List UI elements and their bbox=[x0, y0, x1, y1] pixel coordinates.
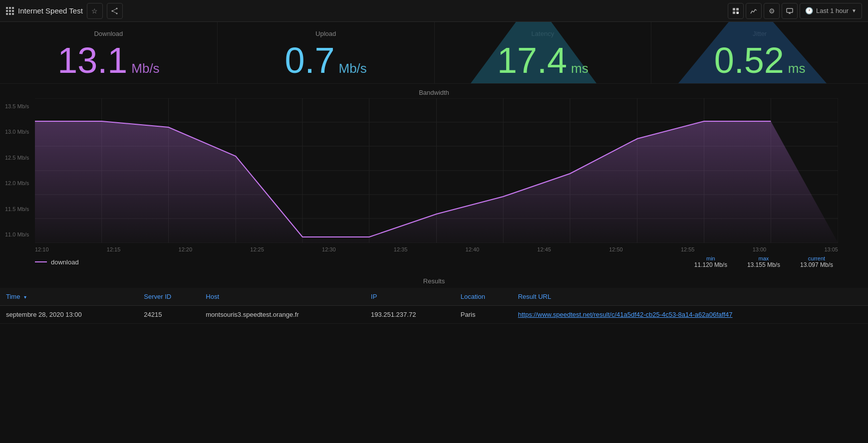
svg-rect-11 bbox=[787, 8, 793, 12]
stat-min-label: min bbox=[706, 255, 715, 261]
x-label-9: 12:55 bbox=[681, 246, 695, 252]
x-label-11: 13:05 bbox=[824, 246, 838, 252]
share-button[interactable] bbox=[107, 3, 123, 19]
table-row: septembre 28, 2020 13:00 24215 montsouri… bbox=[0, 306, 868, 324]
stat-max: max 13.155 Mb/s bbox=[747, 255, 780, 268]
chart-area: 12:10 12:15 12:20 12:25 12:30 12:35 12:4… bbox=[35, 98, 838, 252]
x-label-4: 12:30 bbox=[322, 246, 336, 252]
latency-unit: ms bbox=[571, 61, 588, 76]
y-label-2: 12.5 Mb/s bbox=[5, 155, 31, 161]
bandwidth-title: Bandwidth bbox=[0, 89, 868, 96]
svg-rect-7 bbox=[733, 11, 735, 14]
cell-ip: 193.251.237.72 bbox=[365, 306, 455, 324]
chevron-down-icon: ▼ bbox=[852, 8, 857, 13]
col-host[interactable]: Host bbox=[200, 288, 365, 306]
stat-min-value: 11.120 Mb/s bbox=[694, 261, 727, 268]
upload-unit: Mb/s bbox=[339, 61, 367, 76]
y-label-1: 13.0 Mb/s bbox=[5, 129, 31, 135]
stat-max-label: max bbox=[759, 255, 769, 261]
favorite-button[interactable]: ☆ bbox=[87, 3, 103, 19]
x-label-3: 12:25 bbox=[250, 246, 264, 252]
results-table: Time ▾ Server ID Host IP Location Result… bbox=[0, 288, 868, 324]
stat-current-label: current bbox=[808, 255, 825, 261]
upload-panel: Upload 0.7 Mb/s bbox=[217, 22, 434, 83]
sort-icon: ▾ bbox=[24, 294, 26, 300]
stat-max-value: 13.155 Mb/s bbox=[747, 261, 780, 268]
x-label-2: 12:20 bbox=[179, 246, 193, 252]
jitter-value: 0.52 bbox=[714, 42, 784, 78]
svg-line-4 bbox=[112, 11, 117, 13]
stat-current-value: 13.097 Mb/s bbox=[800, 261, 833, 268]
results-title: Results bbox=[0, 274, 868, 288]
topbar-left: Internet Speed Test ☆ bbox=[6, 3, 728, 19]
col-server-id[interactable]: Server ID bbox=[138, 288, 200, 306]
time-range-button[interactable]: 🕐 Last 1 hour ▼ bbox=[800, 3, 862, 19]
latency-value-row: 17.4 ms bbox=[497, 42, 588, 78]
jitter-panel: Jitter 0.52 ms bbox=[651, 22, 868, 83]
cell-host: montsouris3.speedtest.orange.fr bbox=[200, 306, 365, 324]
col-location[interactable]: Location bbox=[455, 288, 512, 306]
upload-label: Upload bbox=[228, 30, 424, 37]
y-label-3: 12.0 Mb/s bbox=[5, 180, 31, 186]
download-panel: Download 13.1 Mb/s bbox=[0, 22, 217, 83]
x-label-7: 12:45 bbox=[537, 246, 551, 252]
download-value-row: 13.1 Mb/s bbox=[57, 42, 159, 78]
stat-current: current 13.097 Mb/s bbox=[800, 255, 833, 268]
tv-button[interactable] bbox=[782, 3, 798, 19]
time-range-label: Last 1 hour bbox=[816, 7, 849, 14]
add-panel-button[interactable] bbox=[728, 3, 744, 19]
jitter-label: Jitter bbox=[661, 30, 858, 37]
stat-min: min 11.120 Mb/s bbox=[694, 255, 727, 268]
latency-label: Latency bbox=[445, 30, 641, 37]
upload-value-row: 0.7 Mb/s bbox=[285, 42, 366, 78]
result-url-link[interactable]: https://www.speedtest.net/result/c/41a5d… bbox=[518, 311, 733, 318]
download-value: 13.1 bbox=[57, 42, 127, 78]
x-label-1: 12:15 bbox=[107, 246, 121, 252]
upload-value: 0.7 bbox=[285, 42, 334, 78]
x-label-6: 12:40 bbox=[466, 246, 480, 252]
jitter-value-row: 0.52 ms bbox=[714, 42, 806, 78]
x-label-10: 13:00 bbox=[753, 246, 767, 252]
latency-panel: Latency 17.4 ms bbox=[434, 22, 651, 83]
topbar: Internet Speed Test ☆ ⚙ bbox=[0, 0, 868, 22]
clock-icon: 🕐 bbox=[805, 7, 813, 14]
bandwidth-chart-svg bbox=[35, 98, 838, 243]
settings-button[interactable]: ⚙ bbox=[764, 3, 780, 19]
svg-line-3 bbox=[112, 8, 117, 11]
y-label-0: 13.5 Mb/s bbox=[5, 103, 31, 109]
cell-time: septembre 28, 2020 13:00 bbox=[0, 306, 138, 324]
col-result-url[interactable]: Result URL bbox=[512, 288, 868, 306]
svg-rect-6 bbox=[736, 8, 739, 10]
results-section: Results Time ▾ Server ID Host IP Locatio… bbox=[0, 274, 868, 324]
legend-line-download bbox=[35, 261, 47, 262]
chart-stats: min 11.120 Mb/s max 13.155 Mb/s current … bbox=[694, 255, 833, 268]
cell-server-id: 24215 bbox=[138, 306, 200, 324]
cell-result-url[interactable]: https://www.speedtest.net/result/c/41a5d… bbox=[512, 306, 868, 324]
latency-value: 17.4 bbox=[497, 42, 567, 78]
x-label-5: 12:35 bbox=[394, 246, 408, 252]
stats-row: Download 13.1 Mb/s Upload 0.7 Mb/s Laten… bbox=[0, 22, 868, 84]
svg-rect-5 bbox=[733, 8, 735, 10]
table-header-row: Time ▾ Server ID Host IP Location Result… bbox=[0, 288, 868, 306]
topbar-icons: ⚙ 🕐 Last 1 hour ▼ bbox=[728, 3, 862, 19]
chart-legend: download bbox=[35, 258, 79, 266]
col-ip[interactable]: IP bbox=[365, 288, 455, 306]
jitter-unit: ms bbox=[788, 61, 806, 76]
page-title: Internet Speed Test bbox=[18, 6, 83, 15]
bandwidth-section: Bandwidth 13.5 Mb/s 13.0 Mb/s 12.5 Mb/s … bbox=[0, 84, 868, 270]
y-label-5: 11.0 Mb/s bbox=[5, 231, 31, 237]
download-unit: Mb/s bbox=[131, 61, 159, 76]
cell-location: Paris bbox=[455, 306, 512, 324]
apps-icon[interactable] bbox=[6, 7, 14, 15]
graph-button[interactable] bbox=[746, 3, 762, 19]
col-time[interactable]: Time ▾ bbox=[0, 288, 138, 306]
x-label-8: 12:50 bbox=[609, 246, 623, 252]
x-label-0: 12:10 bbox=[35, 246, 49, 252]
legend-download-label: download bbox=[51, 258, 79, 266]
y-label-4: 11.5 Mb/s bbox=[5, 206, 31, 212]
download-label: Download bbox=[10, 30, 207, 37]
